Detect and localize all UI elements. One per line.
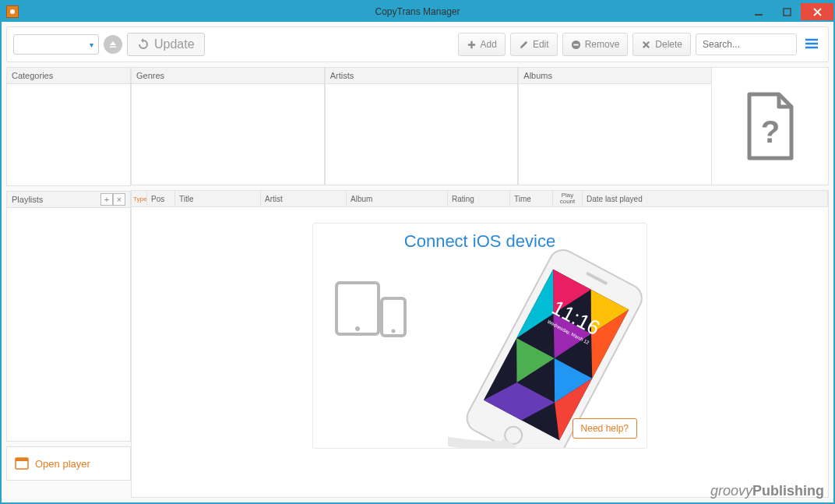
albums-list[interactable] bbox=[518, 84, 712, 185]
toolbar: ▾ Update Add Edit Remove Delete bbox=[6, 26, 829, 62]
update-button[interactable]: Update bbox=[127, 33, 205, 56]
playlist-delete-button[interactable]: × bbox=[113, 193, 125, 206]
minimize-button[interactable] bbox=[745, 3, 773, 20]
right-column: Genres Artists Albums ? bbox=[131, 67, 829, 498]
need-help-button[interactable]: Need help? bbox=[573, 418, 637, 439]
window-title: CopyTrans Manager bbox=[375, 6, 460, 17]
col-type[interactable]: Type bbox=[132, 191, 147, 206]
x-icon bbox=[641, 40, 651, 50]
svg-point-13 bbox=[392, 330, 396, 333]
artists-list[interactable] bbox=[325, 84, 519, 185]
svg-rect-3 bbox=[110, 47, 116, 48]
device-select[interactable]: ▾ bbox=[13, 34, 99, 55]
svg-rect-5 bbox=[573, 44, 579, 45]
titlebar[interactable]: CopyTrans Manager bbox=[2, 2, 833, 22]
artwork-panel: ? bbox=[712, 67, 829, 185]
delete-button[interactable]: Delete bbox=[632, 33, 691, 56]
svg-text:?: ? bbox=[760, 115, 779, 149]
app-icon bbox=[6, 5, 19, 18]
col-rating[interactable]: Rating bbox=[448, 191, 510, 206]
chevron-down-icon: ▾ bbox=[90, 41, 93, 49]
devices-gray-icon bbox=[335, 278, 413, 340]
categories-list[interactable] bbox=[6, 84, 131, 186]
svg-rect-2 bbox=[784, 9, 791, 16]
filter-row: Genres Artists Albums ? bbox=[131, 67, 829, 185]
col-title[interactable]: Title bbox=[175, 191, 261, 206]
playlists-header: Playlists + × bbox=[6, 191, 131, 208]
col-pos[interactable]: Pos bbox=[147, 191, 175, 206]
left-column: Categories Playlists + × Open player bbox=[6, 67, 131, 498]
genres-panel: Genres bbox=[131, 67, 325, 185]
maximize-button[interactable] bbox=[773, 3, 801, 20]
svg-rect-1 bbox=[755, 14, 763, 16]
remove-button[interactable]: Remove bbox=[562, 33, 629, 56]
col-time[interactable]: Time bbox=[510, 191, 553, 206]
hamburger-icon bbox=[805, 38, 819, 49]
pencil-icon bbox=[519, 40, 529, 50]
add-button[interactable]: Add bbox=[458, 33, 506, 56]
open-player-button[interactable]: Open player bbox=[6, 446, 131, 481]
playlist-add-button[interactable]: + bbox=[100, 193, 113, 206]
col-artist[interactable]: Artist bbox=[261, 191, 347, 206]
main-area: Categories Playlists + × Open player bbox=[6, 67, 829, 498]
track-grid-header: Type Pos Title Artist Album Rating Time … bbox=[131, 190, 829, 207]
document-question-icon: ? bbox=[743, 91, 798, 161]
close-button[interactable] bbox=[801, 3, 833, 20]
col-date[interactable]: Date last played bbox=[583, 191, 828, 206]
playlists-list[interactable] bbox=[6, 208, 131, 442]
categories-header: Categories bbox=[6, 67, 131, 84]
player-icon bbox=[15, 457, 29, 470]
window-controls bbox=[745, 3, 833, 20]
categories-panel: Categories bbox=[6, 67, 131, 186]
svg-point-0 bbox=[10, 9, 15, 14]
track-grid-body[interactable]: Connect iOS device bbox=[131, 207, 829, 498]
plus-icon bbox=[467, 40, 477, 50]
minus-circle-icon bbox=[571, 40, 581, 50]
playlists-panel: Playlists + × bbox=[6, 191, 131, 442]
artists-panel: Artists bbox=[325, 67, 519, 185]
connect-device-prompt: Connect iOS device bbox=[312, 223, 647, 449]
edit-button[interactable]: Edit bbox=[510, 33, 558, 56]
svg-rect-8 bbox=[16, 458, 28, 461]
brand-watermark: groovyPublishing bbox=[710, 483, 824, 499]
app-window: CopyTrans Manager ▾ Update Add bbox=[0, 0, 835, 504]
search-box[interactable] bbox=[696, 33, 797, 55]
col-album[interactable]: Album bbox=[347, 191, 448, 206]
genres-list[interactable] bbox=[131, 84, 325, 185]
albums-panel: Albums bbox=[518, 67, 712, 185]
col-playcount[interactable]: Play count bbox=[553, 191, 583, 206]
svg-point-11 bbox=[355, 326, 360, 331]
menu-button[interactable] bbox=[802, 37, 822, 53]
refresh-icon bbox=[137, 38, 150, 51]
eject-button[interactable] bbox=[104, 35, 122, 54]
